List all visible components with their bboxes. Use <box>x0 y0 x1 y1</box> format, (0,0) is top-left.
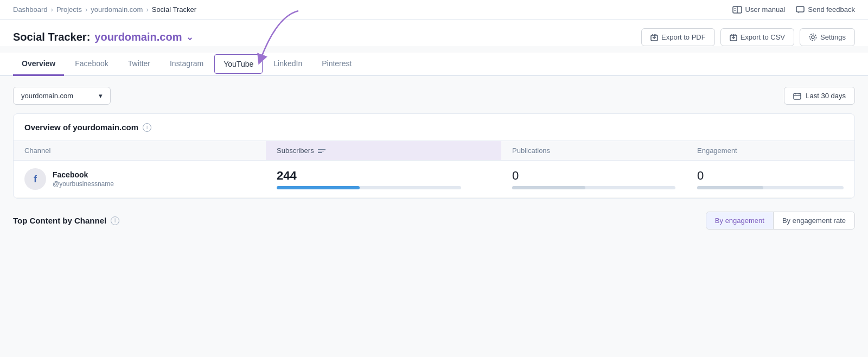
svg-point-13 <box>812 36 814 39</box>
breadcrumb-current: Social Tracker <box>152 5 196 14</box>
top-bar-actions: User manual Send feedback <box>732 5 855 14</box>
svg-rect-15 <box>794 93 801 99</box>
chat-icon <box>796 6 805 14</box>
export-pdf-icon <box>650 34 658 41</box>
domain-select-value: yourdomain.com <box>21 92 73 100</box>
page-header: Social Tracker: yourdomain.com ⌄ Export … <box>0 20 868 46</box>
date-range-button[interactable]: Last 30 days <box>784 87 855 105</box>
col-channel: Channel <box>14 141 266 161</box>
main-content: yourdomain.com ▾ Last 30 days Overview o… <box>0 76 868 249</box>
date-range-label: Last 30 days <box>806 92 846 100</box>
domain-select[interactable]: yourdomain.com ▾ <box>13 87 111 105</box>
col-subscribers-label: Subscribers <box>277 146 314 155</box>
top-content-info-icon[interactable]: i <box>111 216 119 225</box>
tab-twitter[interactable]: Twitter <box>119 53 159 76</box>
top-content-label: Top Content by Channel <box>13 216 106 225</box>
export-csv-label: Export to CSV <box>741 33 785 41</box>
book-icon <box>732 6 742 14</box>
col-publications: Publications <box>501 141 686 161</box>
overview-table: Channel Subscribers Publications Engagem… <box>14 141 854 198</box>
top-content-header: Top Content by Channel i By engagement B… <box>13 209 855 238</box>
facebook-avatar: f <box>24 168 46 190</box>
domain-select-chevron-icon: ▾ <box>99 92 103 100</box>
tab-linkedin[interactable]: LinkedIn <box>265 53 311 76</box>
channel-name: Facebook <box>53 170 114 179</box>
table-row: f Facebook @yourbusinessname 244 <box>14 161 854 198</box>
subscribers-progress-bg <box>277 186 461 189</box>
publications-progress-fill <box>512 186 585 189</box>
top-content-title: Top Content by Channel i <box>13 216 119 225</box>
subscribers-progress-fill <box>277 186 360 189</box>
engagement-progress-fill <box>697 186 763 189</box>
col-subscribers[interactable]: Subscribers <box>266 141 501 161</box>
export-pdf-label: Export to PDF <box>661 33 706 41</box>
settings-button[interactable]: Settings <box>800 28 855 46</box>
channel-handle: @yourbusinessname <box>53 180 114 188</box>
overview-card-header: Overview of yourdomain.com i <box>14 114 854 141</box>
breadcrumb: Dashboard › Projects › yourdomain.com › … <box>13 5 196 14</box>
breadcrumb-sep-1: › <box>51 5 53 14</box>
user-manual-label: User manual <box>745 5 786 14</box>
overview-info-icon[interactable]: i <box>143 123 151 132</box>
export-csv-icon <box>730 34 737 41</box>
tab-overview[interactable]: Overview <box>13 53 64 76</box>
channel-cell: f Facebook @yourbusinessname <box>14 161 266 198</box>
svg-point-14 <box>810 34 816 41</box>
tab-instagram[interactable]: Instagram <box>161 53 212 76</box>
tabs-bar: Overview Facebook Twitter Instagram YouT… <box>0 53 868 76</box>
export-pdf-button[interactable]: Export to PDF <box>641 28 715 46</box>
export-csv-button[interactable]: Export to CSV <box>720 28 794 46</box>
tab-facebook[interactable]: Facebook <box>66 53 117 76</box>
engagement-count: 0 <box>697 169 844 183</box>
svg-rect-4 <box>796 7 804 12</box>
breadcrumb-domain[interactable]: yourdomain.com <box>91 5 143 14</box>
settings-label: Settings <box>820 33 846 41</box>
tab-pinterest[interactable]: Pinterest <box>313 53 360 76</box>
table-header-row: Channel Subscribers Publications Engagem… <box>14 141 854 161</box>
overview-card: Overview of yourdomain.com i Channel Sub… <box>13 113 855 199</box>
sort-icon <box>318 149 326 153</box>
channel-info: f Facebook @yourbusinessname <box>24 168 255 190</box>
breadcrumb-projects[interactable]: Projects <box>56 5 82 14</box>
title-prefix: Social Tracker: <box>13 31 90 43</box>
col-engagement: Engagement <box>686 141 854 161</box>
engagement-cell: 0 <box>686 161 854 198</box>
settings-gear-icon <box>809 33 817 41</box>
subscriber-count: 244 <box>277 169 490 183</box>
by-engagement-button[interactable]: By engagement <box>706 212 774 229</box>
domain-chevron-icon[interactable]: ⌄ <box>186 32 193 42</box>
top-bar: Dashboard › Projects › yourdomain.com › … <box>0 0 868 20</box>
overview-card-title: Overview of yourdomain.com <box>24 123 138 132</box>
publications-progress-bg <box>512 186 675 189</box>
page-title: Social Tracker: yourdomain.com ⌄ <box>13 31 193 43</box>
filter-bar: yourdomain.com ▾ Last 30 days <box>13 87 855 105</box>
channel-details: Facebook @yourbusinessname <box>53 170 114 188</box>
by-engagement-rate-button[interactable]: By engagement rate <box>774 212 854 229</box>
publications-count: 0 <box>512 169 675 183</box>
title-domain[interactable]: yourdomain.com <box>94 31 182 43</box>
subscribers-cell: 244 <box>266 161 501 198</box>
breadcrumb-dashboard[interactable]: Dashboard <box>13 5 48 14</box>
send-feedback-label: Send feedback <box>808 5 855 14</box>
user-manual-link[interactable]: User manual <box>732 5 786 14</box>
facebook-icon-letter: f <box>34 174 37 185</box>
tab-youtube[interactable]: YouTube <box>214 54 263 74</box>
calendar-icon <box>793 92 801 100</box>
engagement-toggle-group: By engagement By engagement rate <box>706 212 855 229</box>
publications-cell: 0 <box>501 161 686 198</box>
header-buttons: Export to PDF Export to CSV Settings <box>641 28 855 46</box>
send-feedback-link[interactable]: Send feedback <box>796 5 855 14</box>
engagement-progress-bg <box>697 186 844 189</box>
breadcrumb-sep-2: › <box>85 5 87 14</box>
breadcrumb-sep-3: › <box>146 5 148 14</box>
